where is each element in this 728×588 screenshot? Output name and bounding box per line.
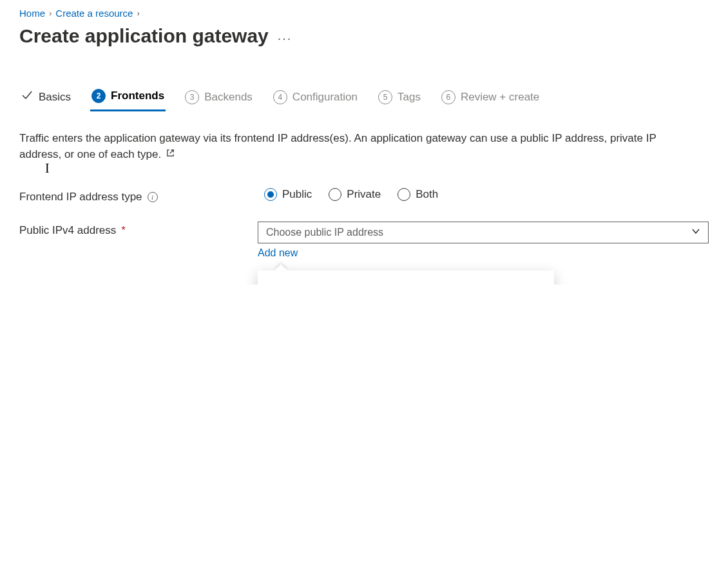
breadcrumb-home[interactable]: Home [19, 8, 45, 19]
tab-backends[interactable]: 3 Backends [184, 85, 254, 111]
tab-number: 4 [273, 90, 287, 104]
page-title: Create application gateway [19, 25, 269, 47]
page-title-row: Create application gateway ··· [19, 25, 709, 50]
tab-number: 6 [441, 90, 455, 104]
description-text: Traffic enters the application gateway v… [19, 132, 656, 160]
chevron-down-icon [691, 227, 700, 238]
label-text: Public IPv4 address [19, 224, 116, 237]
radio-label: Private [347, 188, 381, 201]
select-placeholder: Choose public IP address [266, 227, 383, 238]
wizard-tabs: Basics 2 Frontends 3 Backends 4 Configur… [19, 85, 709, 111]
tab-configuration[interactable]: 4 Configuration [272, 85, 359, 111]
tab-label: Configuration [292, 91, 358, 104]
more-icon[interactable]: ··· [278, 31, 292, 45]
breadcrumb: Home › Create a resource › [19, 8, 709, 19]
label-public-ipv4: Public IPv4 address * [19, 222, 258, 237]
chevron-right-icon: › [137, 8, 139, 18]
radio-icon [329, 188, 341, 201]
select-public-ip[interactable]: Choose public IP address [258, 222, 709, 243]
radio-label: Both [416, 188, 438, 201]
tab-label: Review + create [461, 91, 539, 104]
tab-number: 3 [185, 90, 199, 104]
label-text: Frontend IP address type [19, 191, 142, 204]
radio-icon [398, 188, 410, 201]
tab-basics[interactable]: Basics [19, 85, 72, 111]
radio-icon [264, 188, 277, 201]
breadcrumb-create-resource[interactable]: Create a resource [55, 8, 133, 19]
tab-description: Traffic enters the application gateway v… [19, 131, 676, 162]
frontends-form: Frontend IP address type i Public Privat… [19, 188, 709, 259]
radio-public[interactable]: Public [264, 188, 312, 201]
row-public-ipv4: Public IPv4 address * Choose public IP a… [19, 222, 709, 259]
row-frontend-ip-type: Frontend IP address type i Public Privat… [19, 188, 709, 204]
radio-both[interactable]: Both [398, 188, 438, 201]
link-add-new[interactable]: Add new [258, 247, 298, 259]
info-icon[interactable]: i [148, 192, 158, 202]
tab-number: 2 [91, 89, 106, 103]
tab-label: Tags [398, 91, 421, 104]
popover-add-public-ip: Add a public IP Name * [258, 270, 554, 285]
chevron-right-icon: › [49, 8, 52, 18]
tab-label: Frontends [111, 90, 164, 102]
radio-group-frontend-ip-type: Public Private Both [264, 188, 709, 201]
label-frontend-ip-type: Frontend IP address type i [19, 188, 264, 204]
radio-private[interactable]: Private [329, 188, 381, 201]
required-indicator: * [121, 224, 126, 237]
check-icon [21, 89, 34, 105]
tab-tags[interactable]: 5 Tags [377, 85, 422, 111]
tab-label: Backends [204, 91, 253, 104]
tab-number: 5 [378, 90, 392, 104]
tab-label: Basics [39, 91, 71, 104]
external-link-icon[interactable] [166, 147, 175, 163]
tab-review-create[interactable]: 6 Review + create [440, 85, 541, 111]
tab-frontends[interactable]: 2 Frontends [90, 85, 166, 111]
radio-label: Public [282, 188, 312, 201]
text-cursor-icon: I [45, 161, 50, 176]
